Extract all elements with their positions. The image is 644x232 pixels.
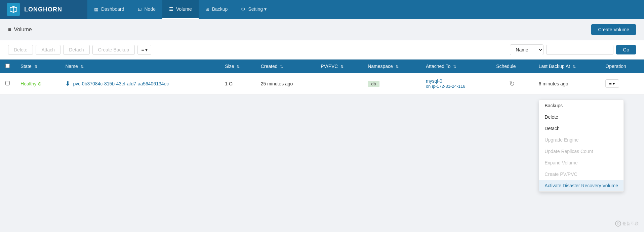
setting-icon: ⚙ (241, 6, 245, 12)
created-sort-icon: ⇅ (280, 65, 283, 69)
state-sort-icon: ⇅ (34, 65, 37, 69)
main-content: Delete Attach Detach Create Backup ≡ ▾ N… (0, 40, 644, 94)
page-title-text: Volume (14, 27, 32, 33)
nav-label-backup: Backup (212, 6, 228, 12)
logo-text: LONGHORN (24, 6, 62, 13)
nav-label-node: Node (145, 6, 156, 12)
search-area: Name Go (510, 44, 636, 55)
row-pv-pvc (315, 73, 362, 94)
select-all-checkbox[interactable] (5, 64, 10, 68)
row-operation: ≡ ▾ (600, 73, 644, 94)
header-last-backup[interactable]: Last Backup At ⇅ (533, 60, 600, 73)
header-size[interactable]: Size ⇅ (219, 60, 255, 73)
create-backup-button[interactable]: Create Backup (92, 45, 135, 55)
header-checkbox-cell (0, 60, 15, 73)
header-last-backup-label: Last Backup At (538, 64, 570, 69)
header-attached-to-label: Attached To (426, 64, 451, 69)
search-select[interactable]: Name (510, 44, 544, 55)
header-created-label: Created (261, 64, 278, 69)
row-attached-to: mysql-0 on ip-172-31-24-118 (420, 73, 491, 94)
table-row: Healthy ⊙ ⬇ pvc-0b37084c-815b-43ef-afd7-… (0, 73, 644, 94)
attached-to-container: mysql-0 on ip-172-31-24-118 (426, 78, 485, 89)
logo-area: LONGHORN (0, 0, 87, 19)
healthy-label: Healthy (21, 81, 36, 86)
nav-items: ▦ Dashboard ⊡ Node ☰ Volume ⊞ Backup ⚙ S… (87, 0, 273, 19)
attached-node: on ip-172-31-24-118 (426, 84, 485, 89)
page-header: ≡ Volume Create Volume (0, 19, 644, 40)
row-checkbox-cell (0, 73, 15, 94)
header-operation: Operation (600, 60, 644, 73)
nav-label-volume: Volume (176, 6, 192, 12)
volume-icon: ☰ (169, 6, 173, 12)
nav-item-setting[interactable]: ⚙ Setting ▾ (234, 0, 273, 19)
nav-label-dashboard: Dashboard (101, 6, 124, 12)
header-state-label: State (21, 64, 32, 69)
header-name-label: Name (65, 64, 78, 69)
header-attached-to[interactable]: Attached To ⇅ (420, 60, 491, 73)
row-namespace: db (362, 73, 420, 94)
volume-name-link[interactable]: pvc-0b37084c-815b-43ef-afd7-aa56406134ec (73, 81, 169, 86)
header-namespace-label: Namespace (368, 64, 393, 69)
page-title: ≡ Volume (8, 27, 32, 33)
header-state[interactable]: State ⇅ (15, 60, 60, 73)
row-created: 25 minutes ago (255, 73, 315, 94)
row-last-backup: 6 minutes ago (533, 73, 600, 94)
logo-icon (7, 3, 20, 16)
header-size-label: Size (225, 64, 234, 69)
header-created[interactable]: Created ⇅ (255, 60, 315, 73)
row-size: 1 Gi (219, 73, 255, 94)
header-schedule-label: Schedule (496, 64, 516, 69)
volume-table-container: State ⇅ Name ⇅ Size ⇅ Created ⇅ (0, 60, 644, 94)
attached-pod: mysql-0 (426, 78, 485, 84)
row-name: ⬇ pvc-0b37084c-815b-43ef-afd7-aa56406134… (60, 73, 219, 94)
nav-item-node[interactable]: ⊡ Node (131, 0, 162, 19)
header-operation-label: Operation (605, 64, 626, 69)
pv-pvc-sort-icon: ⇅ (340, 65, 344, 69)
backup-icon: ⊞ (205, 6, 209, 12)
nav-item-backup[interactable]: ⊞ Backup (199, 0, 235, 19)
node-icon: ⊡ (138, 6, 142, 12)
healthy-icon: ⊙ (38, 81, 42, 86)
header-namespace[interactable]: Namespace ⇅ (362, 60, 420, 73)
last-backup-sort-icon: ⇅ (573, 65, 576, 69)
create-volume-button[interactable]: Create Volume (591, 24, 636, 35)
delete-button[interactable]: Delete (8, 45, 33, 55)
search-input[interactable] (546, 45, 613, 55)
row-checkbox[interactable] (5, 81, 10, 85)
header-pv-pvc-label: PV/PVC (321, 64, 338, 69)
volume-download-icon: ⬇ (65, 80, 70, 87)
operation-dropdown-button[interactable]: ≡ ▾ (605, 79, 619, 88)
toolbar: Delete Attach Detach Create Backup ≡ ▾ N… (0, 40, 644, 60)
name-sort-icon: ⇅ (81, 65, 84, 69)
detach-button[interactable]: Detach (63, 45, 89, 55)
row-state: Healthy ⊙ (15, 73, 60, 94)
attach-button[interactable]: Attach (36, 45, 61, 55)
page-title-icon: ≡ (8, 27, 11, 33)
go-button[interactable]: Go (616, 45, 636, 54)
header-schedule: Schedule (491, 60, 533, 73)
attached-sort-icon: ⇅ (453, 65, 456, 69)
nav-label-setting: Setting ▾ (248, 6, 266, 12)
name-cell: ⬇ pvc-0b37084c-815b-43ef-afd7-aa56406134… (65, 80, 214, 87)
dashboard-icon: ▦ (94, 6, 98, 12)
nav-item-dashboard[interactable]: ▦ Dashboard (87, 0, 131, 19)
top-navigation: LONGHORN ▦ Dashboard ⊡ Node ☰ Volume ⊞ B… (0, 0, 644, 19)
nav-item-volume[interactable]: ☰ Volume (162, 0, 199, 19)
volume-table: State ⇅ Name ⇅ Size ⇅ Created ⇅ (0, 60, 644, 94)
bulk-action-dropdown[interactable]: ≡ ▾ (137, 45, 151, 55)
namespace-sort-icon: ⇅ (396, 65, 399, 69)
header-pv-pvc[interactable]: PV/PVC ⇅ (315, 60, 362, 73)
size-sort-icon: ⇅ (237, 65, 240, 69)
table-header-row: State ⇅ Name ⇅ Size ⇅ Created ⇅ (0, 60, 644, 73)
state-healthy: Healthy ⊙ (21, 81, 54, 86)
header-name[interactable]: Name ⇅ (60, 60, 219, 73)
namespace-badge: db (368, 81, 379, 87)
row-schedule: ↻ (491, 73, 533, 94)
schedule-icon: ↻ (496, 80, 528, 88)
